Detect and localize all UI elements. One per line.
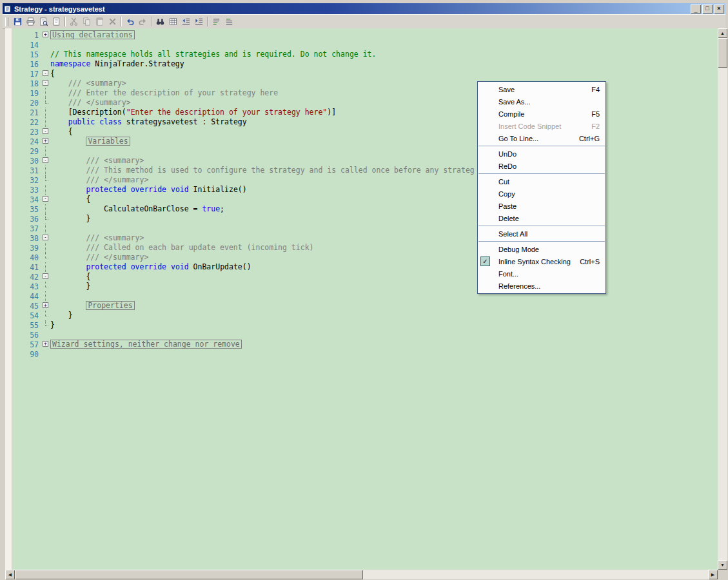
code-token: /// <summary> — [50, 156, 144, 165]
code-text[interactable]: /// <summary> — [50, 233, 144, 243]
code-text[interactable]: /// </summary> — [50, 175, 148, 185]
code-text[interactable]: Wizard settings, neither change nor remo… — [50, 340, 242, 349]
uncomment-lines-button[interactable] — [222, 16, 235, 28]
code-editor[interactable]: 1Using declarations1415// This namespace… — [5, 28, 718, 570]
copy-button[interactable] — [80, 16, 93, 28]
menu-item-cut[interactable]: Cut — [478, 175, 605, 188]
collapsed-region[interactable]: Wizard settings, neither change nor remo… — [50, 340, 242, 349]
comment-lines-button[interactable] — [210, 16, 222, 28]
scroll-right-button[interactable]: ▶ — [708, 570, 718, 579]
fold-collapse-icon[interactable] — [42, 272, 50, 282]
redo-button[interactable] — [136, 16, 149, 28]
code-text[interactable]: } — [50, 320, 55, 330]
fold-expand-icon[interactable] — [42, 30, 50, 40]
line-number: 55 — [5, 321, 42, 330]
code-text[interactable]: } — [50, 282, 90, 291]
collapsed-region[interactable]: Variables — [86, 137, 130, 146]
print-preview-button[interactable] — [37, 16, 50, 28]
code-text[interactable]: /// Called on each bar update event (inc… — [50, 243, 314, 253]
menu-item-select-all[interactable]: Select All — [478, 227, 605, 240]
code-token: void — [171, 262, 189, 271]
code-text[interactable]: { — [50, 195, 90, 204]
scroll-down-button[interactable]: ▼ — [718, 560, 727, 570]
print-button[interactable] — [24, 16, 37, 28]
code-text[interactable]: { — [50, 69, 55, 79]
code-area[interactable]: 1Using declarations1415// This namespace… — [5, 30, 718, 359]
paste-button[interactable] — [93, 16, 106, 28]
code-text[interactable]: /// <summary> — [50, 79, 126, 88]
menu-item-paste[interactable]: Paste — [478, 200, 605, 212]
code-text[interactable]: namespace NinjaTrader.Strategy — [50, 59, 184, 69]
menu-item-undo[interactable]: UnDo — [478, 148, 605, 160]
fold-collapse-icon[interactable] — [42, 69, 50, 79]
code-text[interactable]: { — [50, 272, 90, 282]
fold-collapse-icon[interactable] — [42, 79, 50, 88]
code-text[interactable]: } — [50, 311, 73, 320]
scroll-up-button[interactable]: ▲ — [718, 28, 727, 38]
code-text[interactable]: protected override void Initialize() — [50, 185, 247, 195]
code-text[interactable]: public class strategysavetest : Strategy — [50, 117, 247, 127]
menu-item-save[interactable]: SaveF4 — [478, 83, 605, 95]
code-text[interactable]: } — [50, 214, 90, 224]
code-text[interactable]: Properties — [50, 301, 135, 311]
indent-button[interactable] — [192, 16, 205, 28]
minimize-button[interactable]: _ — [691, 5, 701, 14]
horizontal-scrollbar[interactable]: ◀ ▶ — [5, 570, 718, 579]
code-text[interactable]: /// </summary> — [50, 98, 131, 108]
collapsed-region[interactable]: Properties — [86, 301, 134, 310]
code-text[interactable]: Using declarations — [50, 30, 135, 40]
outdent-button[interactable] — [179, 16, 192, 28]
code-text[interactable]: // This namespace holds all strategies a… — [50, 50, 376, 59]
code-text[interactable]: [Description("Enter the description of y… — [50, 108, 336, 117]
menu-item-debug-mode[interactable]: Debug Mode — [478, 243, 605, 255]
code-text[interactable]: protected override void OnBarUpdate() — [50, 262, 251, 272]
menu-item-font[interactable]: Font... — [478, 267, 605, 280]
scroll-left-button[interactable]: ◀ — [5, 570, 15, 579]
code-token: { — [50, 69, 55, 78]
code-text[interactable]: /// This method is used to configure the… — [50, 166, 475, 175]
delete-button[interactable] — [106, 16, 119, 28]
fold-expand-icon[interactable] — [42, 340, 50, 349]
code-text[interactable]: CalculateOnBarClose = true; — [50, 204, 224, 214]
menu-item-copy[interactable]: Copy — [478, 188, 605, 200]
fold-collapse-icon[interactable] — [42, 156, 50, 166]
code-token: { — [50, 272, 90, 281]
maximize-button[interactable]: □ — [702, 5, 713, 14]
menu-item-redo[interactable]: ReDo — [478, 160, 605, 172]
undo-button[interactable] — [123, 16, 136, 28]
menu-item-go-to-line[interactable]: Go To Line...Ctrl+G — [478, 132, 605, 144]
menu-item-inline-syntax-checking[interactable]: ✓Inline Syntax CheckingCtrl+S — [478, 255, 605, 267]
menu-item-insert-code-snippet[interactable]: Insert Code SnippetF2 — [478, 120, 605, 132]
cut-button[interactable] — [67, 16, 80, 28]
line-number: 20 — [5, 99, 42, 108]
code-text[interactable]: /// </summary> — [50, 253, 148, 262]
menu-item-save-as[interactable]: Save As... — [478, 95, 605, 108]
vertical-scrollbar[interactable]: ▲ ▼ — [718, 28, 727, 570]
code-text[interactable]: /// Enter the description of your strate… — [50, 88, 278, 98]
collapsed-region[interactable]: Using declarations — [50, 30, 135, 39]
code-token: )] — [327, 108, 336, 117]
code-token: "Enter the description of your strategy … — [126, 108, 328, 117]
line-number: 54 — [5, 311, 42, 320]
page-setup-button[interactable] — [50, 16, 63, 28]
find-button[interactable] — [153, 16, 166, 28]
horizontal-scroll-thumb[interactable] — [15, 570, 363, 579]
save-icon — [13, 17, 23, 26]
fold-collapse-icon[interactable] — [42, 127, 50, 137]
code-text[interactable]: { — [50, 127, 73, 137]
save-button[interactable] — [11, 16, 24, 28]
fold-expand-icon[interactable] — [42, 301, 50, 311]
fold-collapse-icon[interactable] — [42, 195, 50, 204]
menu-item-references[interactable]: References... — [478, 280, 605, 292]
vertical-scroll-thumb[interactable] — [718, 38, 727, 68]
code-text[interactable]: Variables — [50, 137, 130, 146]
fold-collapse-icon[interactable] — [42, 233, 50, 243]
menu-item-delete[interactable]: Delete — [478, 212, 605, 224]
code-text[interactable]: /// <summary> — [50, 156, 144, 166]
code-line: 57Wizard settings, neither change nor re… — [5, 340, 718, 349]
fold-expand-icon[interactable] — [42, 137, 50, 146]
insert-code-snippet-button[interactable] — [166, 16, 179, 28]
menu-item-compile[interactable]: CompileF5 — [478, 108, 605, 120]
close-button[interactable]: × — [714, 5, 724, 14]
window-titlebar[interactable]: Strategy - strategysavetest _ □ × — [3, 3, 725, 14]
